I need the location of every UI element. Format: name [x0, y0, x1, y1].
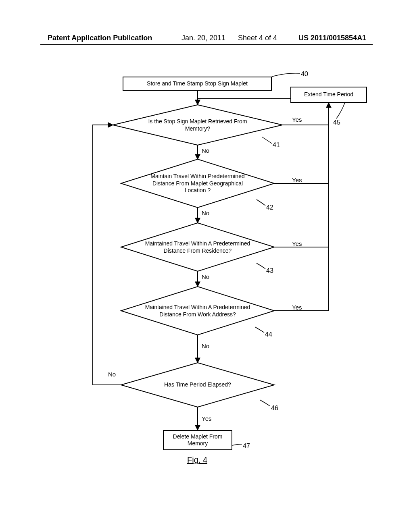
edge-43-yes: Yes [292, 240, 302, 247]
ref-44: 44 [265, 331, 272, 338]
ref-42: 42 [266, 204, 273, 211]
edge-43-no: No [202, 273, 209, 280]
edge-44-yes: Yes [292, 304, 302, 311]
edge-46-yes: Yes [202, 415, 211, 422]
header-sheet: Sheet 4 of 4 [238, 34, 277, 42]
node-41-text: Is the Stop Sign Maplet Retrieved From M… [138, 118, 257, 132]
node-40-store-timestamp: Store and Time Stamp Stop Sign Maplet [123, 77, 272, 91]
ref-43: 43 [266, 267, 273, 274]
edge-42-no: No [202, 210, 209, 216]
node-41-decision-retrieved: Is the Stop Sign Maplet Retrieved From M… [113, 105, 282, 145]
node-46-text: Has Time Period Elapsed? [144, 381, 251, 389]
edge-46-no: No [108, 371, 116, 378]
node-44-text: Maintained Travel Within A Predetermined… [144, 304, 251, 318]
ref-47: 47 [243, 443, 250, 450]
node-42-text: Maintain Travel Within Predetermined Dis… [144, 173, 251, 194]
header-rule [40, 44, 373, 45]
node-43-decision-residence-distance: Maintained Travel Within A Predetermined… [121, 223, 274, 271]
ref-41: 41 [273, 141, 280, 149]
ref-46: 46 [271, 405, 278, 412]
ref-40: 40 [301, 71, 308, 78]
edge-41-yes: Yes [292, 116, 302, 123]
ref-45: 45 [333, 119, 340, 126]
node-46-decision-elapsed: Has Time Period Elapsed? [121, 363, 274, 407]
header-publication: Patent Application Publication [48, 34, 152, 42]
node-44-decision-work-distance: Maintained Travel Within A Predetermined… [121, 287, 274, 335]
node-42-decision-maplet-distance: Maintain Travel Within Predetermined Dis… [121, 159, 274, 208]
edge-42-yes: Yes [292, 177, 302, 183]
node-47-delete-maplet: Delete Maplet From Memory [163, 430, 232, 450]
header-date: Jan. 20, 2011 [181, 34, 225, 42]
node-40-text: Store and Time Stamp Stop Sign Maplet [147, 80, 248, 87]
header-pubnumber: US 2011/0015854A1 [298, 34, 366, 42]
node-47-text: Delete Maplet From Memory [165, 433, 230, 447]
edge-41-no: No [202, 147, 209, 154]
node-43-text: Maintained Travel Within A Predetermined… [144, 240, 251, 254]
page: Patent Application Publication Jan. 20, … [0, 0, 413, 532]
figure-caption: Fig. 4 [187, 455, 207, 465]
node-45-text: Extend Time Period [304, 91, 353, 98]
edge-44-no: No [202, 343, 209, 349]
node-45-extend-time: Extend Time Period [290, 87, 367, 103]
